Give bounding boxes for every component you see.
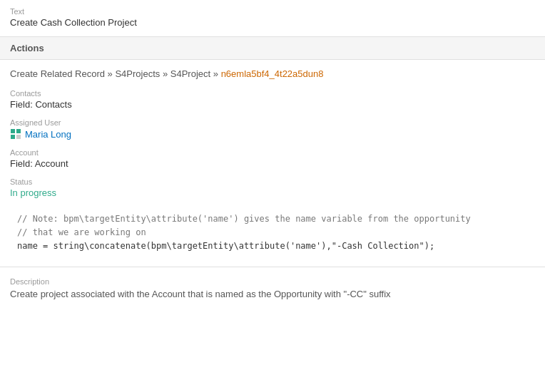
svg-rect-2 <box>11 135 15 139</box>
code-line: name = string\concatenate(bpm\targetEnti… <box>17 239 528 253</box>
assigned-user-value[interactable]: Maria Long <box>25 129 71 140</box>
actions-header: Actions <box>0 37 545 60</box>
status-label: Status <box>10 177 535 186</box>
user-icon <box>10 128 21 140</box>
description-section: Description Create project associated wi… <box>0 267 545 309</box>
account-label: Account <box>10 148 535 157</box>
actions-body: Create Related Record » S4Projects » S4P… <box>0 60 545 267</box>
contacts-group: Contacts Field: Contacts <box>10 89 535 110</box>
status-value: In progress <box>10 187 535 198</box>
breadcrumb-part-2: S4Projects <box>115 68 160 79</box>
text-section: Text Create Cash Collection Project <box>0 0 545 37</box>
assigned-user-group: Assigned User Maria Long <box>10 118 535 140</box>
contacts-value: Field: Contacts <box>10 99 535 110</box>
assigned-user-row: Maria Long <box>10 128 535 140</box>
svg-rect-3 <box>16 135 21 139</box>
code-comment-line2: // that we are working on <box>17 226 528 239</box>
breadcrumb-part-3: S4Project <box>170 68 210 79</box>
account-value: Field: Account <box>10 158 535 169</box>
account-group: Account Field: Account <box>10 148 535 169</box>
description-label: Description <box>10 277 535 286</box>
breadcrumb-part-1: Create Related Record <box>10 68 105 79</box>
text-value: Create Cash Collection Project <box>10 17 535 28</box>
actions-header-label: Actions <box>10 43 44 53</box>
breadcrumb-sep-3: » <box>213 68 221 79</box>
description-value: Create project associated with the Accou… <box>10 289 535 299</box>
svg-rect-1 <box>16 129 21 133</box>
text-label: Text <box>10 7 535 16</box>
contacts-label: Contacts <box>10 89 535 98</box>
code-block: // Note: bpm\targetEntity\attribute('nam… <box>10 207 535 259</box>
assigned-user-label: Assigned User <box>10 118 535 127</box>
code-comment-line1: // Note: bpm\targetEntity\attribute('nam… <box>17 212 528 226</box>
breadcrumb-sep-1: » <box>108 68 116 79</box>
status-group: Status In progress <box>10 177 535 198</box>
breadcrumb: Create Related Record » S4Projects » S4P… <box>10 68 535 79</box>
breadcrumb-sep-2: » <box>163 68 170 79</box>
breadcrumb-link[interactable]: n6emla5bf4_4t22a5dun8 <box>221 68 324 79</box>
svg-rect-0 <box>11 129 15 133</box>
